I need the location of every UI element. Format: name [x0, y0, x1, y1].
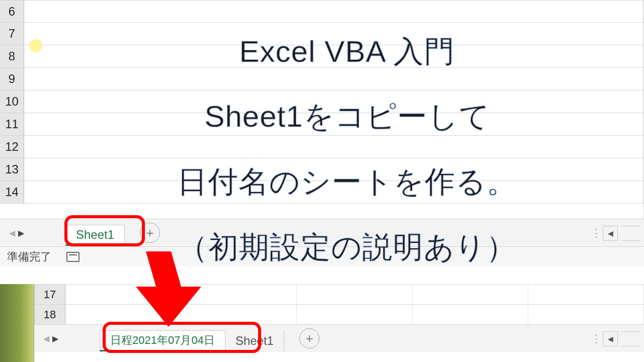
- tab-nav-top: ◀ ▶: [0, 228, 65, 238]
- new-sheet-button[interactable]: +: [299, 328, 319, 348]
- row-header[interactable]: 17: [34, 285, 65, 304]
- cell[interactable]: [24, 23, 643, 45]
- row-header[interactable]: 14: [0, 181, 24, 203]
- cell[interactable]: [297, 285, 413, 304]
- tab-nav-next-icon[interactable]: ▶: [18, 228, 24, 238]
- row-header[interactable]: 12: [0, 136, 24, 158]
- cell[interactable]: [413, 285, 528, 304]
- row-7[interactable]: 7: [0, 23, 643, 45]
- cell[interactable]: [24, 68, 643, 90]
- sheet-tab-sheet1-bottom[interactable]: Sheet1: [225, 330, 284, 351]
- row-header[interactable]: 10: [0, 90, 24, 113]
- row-header[interactable]: 18: [34, 305, 65, 324]
- sheet-tab-bar-top: ◀ ▶ Sheet1 + ⋮ ◀: [0, 219, 644, 246]
- excel-panel-top: 6 7 8 9 10 11 12 13: [0, 0, 644, 266]
- plus-icon: +: [305, 331, 313, 346]
- cell[interactable]: [24, 113, 643, 135]
- row-8[interactable]: 8: [0, 45, 643, 68]
- cursor-highlight-icon: [29, 39, 42, 52]
- scroll-left-button[interactable]: ◀: [603, 226, 618, 241]
- cell[interactable]: [181, 305, 297, 324]
- cell[interactable]: [24, 158, 643, 180]
- cell[interactable]: [181, 285, 297, 304]
- worksheet-grid-bottom[interactable]: 17 18: [34, 284, 644, 325]
- cell[interactable]: [24, 1, 643, 22]
- cell[interactable]: [528, 305, 644, 324]
- tab-split-handle-icon[interactable]: ⋮: [591, 227, 600, 240]
- sheet-tab-date[interactable]: 日程2021年07月04日: [100, 330, 225, 351]
- row-18[interactable]: 18: [34, 305, 644, 325]
- cell[interactable]: [24, 90, 643, 113]
- row-6[interactable]: 6: [0, 0, 643, 23]
- triangle-left-icon: ◀: [608, 229, 613, 237]
- tab-split-handle-icon[interactable]: ⋮: [591, 332, 600, 345]
- tab-nav-prev-icon[interactable]: ◀: [43, 334, 49, 343]
- row-header[interactable]: 11: [0, 113, 24, 135]
- new-sheet-button[interactable]: +: [140, 223, 160, 243]
- horizontal-scrollbar-top[interactable]: ⋮ ◀: [591, 219, 644, 247]
- scroll-track[interactable]: [621, 226, 641, 241]
- row-header[interactable]: 8: [0, 45, 24, 67]
- cell[interactable]: [65, 305, 181, 324]
- cell[interactable]: [65, 285, 181, 304]
- row-11[interactable]: 11: [0, 113, 643, 136]
- cell[interactable]: [24, 45, 643, 67]
- cell[interactable]: [528, 285, 644, 304]
- row-header[interactable]: 7: [0, 23, 24, 45]
- cell[interactable]: [413, 305, 528, 324]
- row-9[interactable]: 9: [0, 68, 643, 90]
- triangle-left-icon: ◀: [608, 335, 613, 343]
- scroll-left-button[interactable]: ◀: [603, 331, 618, 346]
- cell[interactable]: [297, 305, 413, 324]
- cell[interactable]: [24, 136, 643, 158]
- row-13[interactable]: 13: [0, 158, 643, 181]
- row-17[interactable]: 17: [34, 285, 644, 305]
- tab-nav-next-icon[interactable]: ▶: [52, 334, 58, 343]
- plus-icon: +: [146, 225, 153, 241]
- sheet-tab-label: Sheet1: [235, 334, 274, 348]
- sheet-tab-sheet1[interactable]: Sheet1: [65, 225, 125, 246]
- sheet-tab-label: 日程2021年07月04日: [110, 333, 215, 348]
- sheet-tab-bar-bottom: ◀ ▶ 日程2021年07月04日 Sheet1 + ⋮ ◀: [34, 324, 644, 352]
- thumbnail-strip: [0, 284, 34, 362]
- macro-record-icon[interactable]: [66, 252, 79, 262]
- row-header[interactable]: 9: [0, 68, 24, 90]
- tab-nav-prev-icon[interactable]: ◀: [9, 228, 15, 238]
- row-header[interactable]: 13: [0, 158, 24, 180]
- row-12[interactable]: 12: [0, 136, 643, 158]
- worksheet-grid-top[interactable]: 6 7 8 9 10 11 12 13: [0, 0, 644, 221]
- sheet-tab-label: Sheet1: [76, 228, 114, 242]
- row-14[interactable]: 14: [0, 181, 643, 204]
- status-text: 準備完了: [7, 249, 51, 264]
- tab-nav-bottom: ◀ ▶: [34, 334, 100, 343]
- excel-panel-bottom: 17 18 ◀ ▶ 日程2021年07月04日 Sheet1 +: [0, 284, 644, 362]
- cell[interactable]: [24, 181, 643, 203]
- horizontal-scrollbar-bottom[interactable]: ⋮ ◀: [591, 325, 644, 352]
- row-10[interactable]: 10: [0, 90, 643, 113]
- scroll-track[interactable]: [621, 331, 641, 346]
- status-bar: 準備完了: [0, 246, 644, 266]
- row-header[interactable]: 6: [0, 1, 24, 22]
